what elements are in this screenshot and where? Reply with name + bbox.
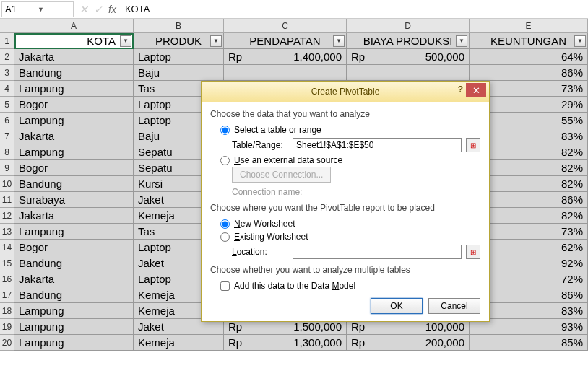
formula-icons: ✕ ✓ fx	[74, 4, 122, 15]
row-head-6[interactable]: 6	[0, 113, 14, 128]
amount: 1,300,000	[293, 336, 342, 349]
cell[interactable]: Jakarta	[14, 271, 134, 287]
row-head-16[interactable]: 16	[0, 271, 14, 287]
header-label: KOTA	[87, 35, 116, 47]
cell[interactable]: Lampung	[14, 144, 134, 160]
section-placement: Choose where you want the PivotTable rep…	[210, 203, 480, 213]
header-C[interactable]: PENDAPATAN▼	[224, 33, 347, 49]
cell[interactable]: 85%	[470, 335, 588, 351]
name-box[interactable]: A1 ▼	[1, 1, 74, 17]
cell[interactable]: 86%	[470, 65, 588, 81]
cell[interactable]	[224, 65, 347, 81]
row-head-12[interactable]: 12	[0, 208, 14, 224]
cell[interactable]: Kemeja	[134, 335, 224, 351]
input-location[interactable]	[293, 245, 462, 259]
cell[interactable]: Rp200,000	[347, 335, 470, 351]
radio-existing-ws[interactable]	[220, 232, 230, 242]
row-head-2[interactable]: 2	[0, 49, 14, 65]
radio-select-range[interactable]	[220, 126, 230, 135]
formula-value[interactable]: KOTA	[122, 4, 150, 14]
cell[interactable]: Rp1,400,000	[224, 49, 347, 65]
header-B[interactable]: PRODUK▼	[134, 33, 224, 49]
cell[interactable]: Baju	[134, 65, 224, 81]
filter-icon[interactable]: ▼	[574, 35, 586, 47]
row-head-5[interactable]: 5	[0, 97, 14, 113]
cell[interactable]: 64%	[470, 49, 588, 65]
filter-icon[interactable]: ▼	[456, 35, 467, 47]
cancel-button[interactable]: Cancel	[428, 298, 480, 314]
cell[interactable]: Bandung	[14, 287, 134, 303]
checkbox-data-model[interactable]	[220, 281, 230, 291]
col-head-A[interactable]: A	[14, 19, 134, 33]
dropdown-icon[interactable]: ▼	[38, 6, 70, 13]
cell[interactable]	[347, 65, 470, 81]
select-all-corner[interactable]	[0, 19, 14, 33]
col-head-D[interactable]: D	[347, 19, 470, 33]
cell[interactable]: Lampung	[14, 113, 134, 128]
header-A[interactable]: KOTA▼	[14, 33, 134, 49]
col-head-E[interactable]: E	[470, 19, 588, 33]
row-head-1[interactable]: 1	[0, 33, 14, 49]
label-existing-ws: Existing Worksheet	[234, 232, 308, 242]
cell[interactable]: Bandung	[14, 65, 134, 81]
cell[interactable]: Lampung	[14, 81, 134, 97]
row-head-7[interactable]: 7	[0, 128, 14, 144]
cell[interactable]: Jakarta	[14, 49, 134, 65]
row-head-11[interactable]: 11	[0, 192, 14, 208]
label-connection-name: Connection name:	[232, 187, 302, 197]
col-head-C[interactable]: C	[224, 19, 347, 33]
row-head-14[interactable]: 14	[0, 240, 14, 255]
row-head-4[interactable]: 4	[0, 81, 14, 97]
help-icon[interactable]: ?	[458, 84, 463, 95]
option-new-ws[interactable]: New Worksheet	[210, 217, 480, 230]
amount: 1,500,000	[293, 320, 342, 333]
cell[interactable]: Lampung	[14, 303, 134, 319]
option-external[interactable]: Use an external data source	[210, 154, 480, 167]
header-E[interactable]: KEUNTUNGAN▼	[470, 33, 588, 49]
cell[interactable]: Lampung	[14, 335, 134, 351]
row-head-19[interactable]: 19	[0, 319, 14, 335]
range-select-icon-2[interactable]: ⊞	[466, 245, 480, 259]
cell[interactable]: Bandung	[14, 176, 134, 192]
cell[interactable]: Bogor	[14, 160, 134, 176]
close-icon[interactable]: ✕	[466, 83, 486, 97]
row-head-13[interactable]: 13	[0, 224, 14, 240]
cell[interactable]: Lampung	[14, 224, 134, 240]
row-head-15[interactable]: 15	[0, 255, 14, 271]
cell[interactable]: Bogor	[14, 240, 134, 255]
filter-icon[interactable]: ▼	[120, 35, 131, 47]
filter-icon[interactable]: ▼	[333, 35, 345, 47]
row-head-20[interactable]: 20	[0, 335, 14, 351]
option-data-model[interactable]: Add this data to the Data Model	[210, 279, 480, 292]
row-head-8[interactable]: 8	[0, 144, 14, 160]
filter-icon[interactable]: ▼	[210, 35, 222, 47]
name-box-value: A1	[5, 4, 38, 14]
cell[interactable]: Bogor	[14, 97, 134, 113]
currency: Rp	[351, 336, 365, 349]
cell[interactable]: Rp500,000	[347, 49, 470, 65]
formula-bar: A1 ▼ ✕ ✓ fx KOTA	[0, 0, 588, 19]
row-head-17[interactable]: 17	[0, 287, 14, 303]
row-head-18[interactable]: 18	[0, 303, 14, 319]
fx-icon[interactable]: fx	[108, 4, 116, 15]
option-select-range[interactable]: Select a table or range	[210, 123, 480, 136]
range-select-icon[interactable]: ⊞	[466, 138, 480, 152]
cell[interactable]: Laptop	[134, 49, 224, 65]
cell[interactable]: Surabaya	[14, 192, 134, 208]
col-head-B[interactable]: B	[134, 19, 224, 33]
cell[interactable]: Jakarta	[14, 128, 134, 144]
cell[interactable]: Rp1,300,000	[224, 335, 347, 351]
cell[interactable]: Bandung	[14, 255, 134, 271]
dialog-titlebar[interactable]: Create PivotTable ? ✕	[202, 82, 489, 102]
row-head-10[interactable]: 10	[0, 176, 14, 192]
radio-external[interactable]	[220, 156, 230, 165]
ok-button[interactable]: OK	[371, 298, 423, 314]
header-D[interactable]: BIAYA PRODUKSI▼	[347, 33, 470, 49]
cell[interactable]: Jakarta	[14, 208, 134, 224]
radio-new-ws[interactable]	[220, 219, 230, 229]
cell[interactable]: Lampung	[14, 319, 134, 335]
row-head-3[interactable]: 3	[0, 65, 14, 81]
input-table-range[interactable]	[293, 138, 462, 152]
option-existing-ws[interactable]: Existing Worksheet	[210, 230, 480, 243]
row-head-9[interactable]: 9	[0, 160, 14, 176]
